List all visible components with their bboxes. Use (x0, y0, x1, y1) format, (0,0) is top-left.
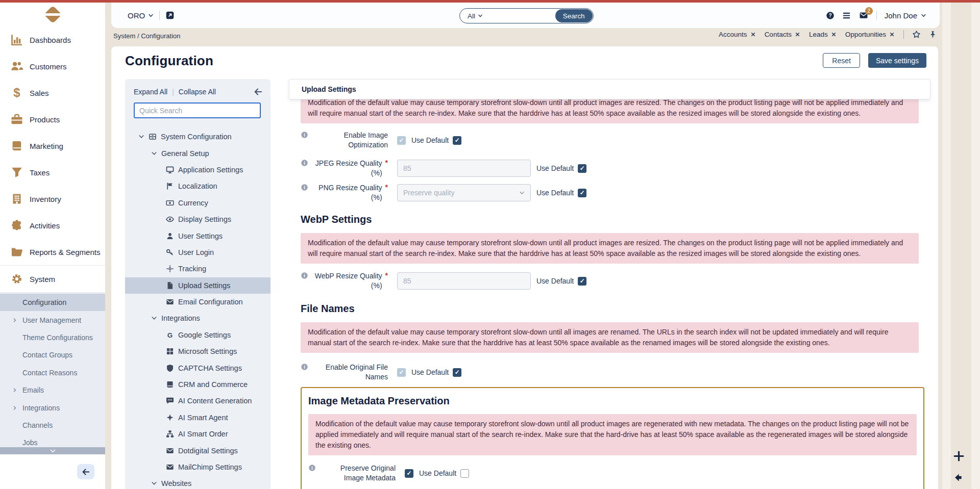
tree-item-tracking[interactable]: Tracking (125, 261, 271, 277)
info-icon[interactable] (301, 159, 308, 167)
sidebar-item-marketing[interactable]: Marketing (0, 133, 105, 159)
collapse-all-link[interactable]: Collapse All (179, 88, 216, 96)
notifications-button[interactable]: 2 (859, 11, 869, 20)
external-link-icon[interactable] (165, 11, 175, 20)
info-icon[interactable] (301, 363, 308, 371)
tree-item-captcha-settings[interactable]: CAPTCHA Settings (125, 359, 271, 376)
search-scope-dropdown[interactable]: All (460, 12, 483, 20)
sidebar-item-taxes[interactable]: Taxes (0, 159, 105, 186)
crosshair-icon (166, 265, 174, 273)
use-default-checkbox[interactable] (453, 136, 461, 145)
png-quality-select[interactable]: Preserve quality (397, 184, 531, 201)
use-default-checkbox[interactable] (578, 164, 586, 173)
submenu-item-channels[interactable]: Channels (0, 417, 105, 434)
tree-item-application-settings[interactable]: Application Settings (125, 162, 271, 178)
sidebar-item-reports-segments[interactable]: Reports & Segments (0, 239, 105, 265)
tree-item-dotdigital-settings[interactable]: Dotdigital Settings (125, 442, 271, 458)
search-input[interactable] (486, 10, 552, 22)
tree-item-websites[interactable]: Websites (125, 475, 271, 489)
reset-button[interactable]: Reset (823, 53, 860, 68)
tree-item-system-configuration[interactable]: System Configuration (125, 128, 271, 145)
chevron-down-icon[interactable] (151, 315, 157, 321)
jpeg-quality-input[interactable] (397, 160, 531, 177)
chevron-down-icon[interactable] (138, 134, 144, 140)
chevron-down-icon[interactable] (151, 150, 157, 157)
required-marker: * (385, 271, 388, 279)
sidebar-item-inventory[interactable]: Inventory (0, 186, 105, 212)
close-icon[interactable] (831, 32, 836, 37)
close-icon[interactable] (890, 32, 894, 37)
use-default-checkbox[interactable] (453, 368, 461, 377)
pin-icon[interactable] (929, 31, 937, 38)
right-gutter-strip (971, 3, 980, 489)
submenu-item-contact-reasons[interactable]: Contact Reasons (0, 364, 105, 381)
tree-item-google-settings[interactable]: Google Settings (125, 327, 271, 343)
sidebar-collapse-button[interactable] (77, 464, 94, 479)
info-icon[interactable] (308, 464, 316, 472)
favorite-star-icon[interactable] (912, 30, 921, 39)
expand-all-link[interactable]: Expand All (134, 88, 167, 96)
arrow-left-icon[interactable] (953, 473, 963, 482)
pinned-tab-contacts[interactable]: Contacts (765, 31, 800, 38)
submenu-item-contact-groups[interactable]: Contact Groups (0, 346, 105, 364)
tree-item-microsoft-settings[interactable]: Microsoft Settings (125, 343, 271, 359)
preserve-original-image-metadata-checkbox[interactable] (405, 469, 413, 478)
info-icon[interactable] (301, 131, 308, 139)
sidebar-item-activities[interactable]: Activities (0, 212, 105, 239)
tree-item-user-login[interactable]: User Login (125, 244, 271, 261)
app-logo[interactable] (0, 3, 105, 27)
monitor-icon (166, 166, 174, 174)
save-settings-button[interactable]: Save settings (868, 53, 926, 68)
info-icon[interactable] (301, 272, 308, 279)
pinned-tab-accounts[interactable]: Accounts (719, 31, 755, 38)
submenu-item-integrations[interactable]: Integrations (0, 399, 105, 416)
quick-search-input[interactable] (134, 102, 261, 118)
use-default-checkbox[interactable] (578, 277, 586, 286)
submenu-item-configuration[interactable]: Configuration (0, 294, 105, 311)
plus-icon[interactable] (953, 451, 964, 461)
info-icon[interactable] (301, 184, 308, 191)
sidebar-item-customers[interactable]: Customers (0, 53, 105, 80)
enable-original-file-names-checkbox[interactable] (397, 368, 406, 377)
sidebar-item-dashboards[interactable]: Dashboards (0, 27, 105, 53)
chevron-down-icon (148, 13, 154, 18)
tree-item-upload-settings[interactable]: Upload Settings (125, 277, 271, 294)
submenu-item-emails[interactable]: Emails (0, 381, 105, 399)
tree-item-localization[interactable]: Localization (125, 178, 271, 194)
search-button[interactable]: Search (555, 9, 593, 22)
sidebar-scroll-down[interactable] (0, 447, 105, 454)
panel-back-icon[interactable] (254, 88, 262, 96)
close-icon[interactable] (795, 32, 800, 37)
pinned-tab-opportunities[interactable]: Opportunities (845, 31, 894, 38)
submenu-item-user-management[interactable]: User Management (0, 311, 105, 328)
tree-item-ai-smart-agent[interactable]: AI Smart Agent (125, 409, 271, 426)
tree-item-general-setup[interactable]: General Setup (125, 145, 271, 161)
tree-item-ai-smart-order[interactable]: AI Smart Order (125, 426, 271, 442)
close-icon[interactable] (751, 32, 755, 37)
sidebar-item-products[interactable]: Products (0, 106, 105, 133)
tree-item-ai-content-generation[interactable]: AI Content Generation (125, 393, 271, 409)
tree-item-currency[interactable]: Currency (125, 195, 271, 211)
use-default-checkbox[interactable] (460, 469, 469, 478)
use-default-checkbox[interactable] (578, 189, 586, 197)
tree-item-email-configuration[interactable]: Email Configuration (125, 294, 271, 310)
tree-item-display-settings[interactable]: Display Settings (125, 211, 271, 227)
menu-icon[interactable] (842, 11, 851, 20)
sidebar-item-sales[interactable]: Sales (0, 80, 105, 106)
section-heading-file-names: File Names (301, 303, 930, 315)
webp-quality-input[interactable] (397, 272, 531, 290)
sidebar-item-system[interactable]: System (0, 266, 105, 292)
organization-switcher[interactable]: ORO (128, 11, 154, 20)
enable-image-optimization-checkbox[interactable] (397, 136, 406, 145)
system-submenu: Configuration User Management Theme Conf… (0, 292, 105, 452)
pinned-tab-leads[interactable]: Leads (809, 31, 836, 38)
tree-item-crm-and-commerce[interactable]: CRM and Commerce (125, 376, 271, 393)
tree-item-mailchimp-settings[interactable]: MailChimp Settings (125, 459, 271, 475)
tree-item-user-settings[interactable]: User Settings (125, 227, 271, 244)
arrow-left-icon (82, 468, 90, 476)
help-icon[interactable] (826, 11, 835, 20)
chevron-down-icon[interactable] (151, 480, 157, 486)
user-menu[interactable]: John Doe (885, 11, 926, 20)
submenu-item-theme-configurations[interactable]: Theme Configurations (0, 329, 105, 346)
tree-item-integrations[interactable]: Integrations (125, 310, 271, 326)
